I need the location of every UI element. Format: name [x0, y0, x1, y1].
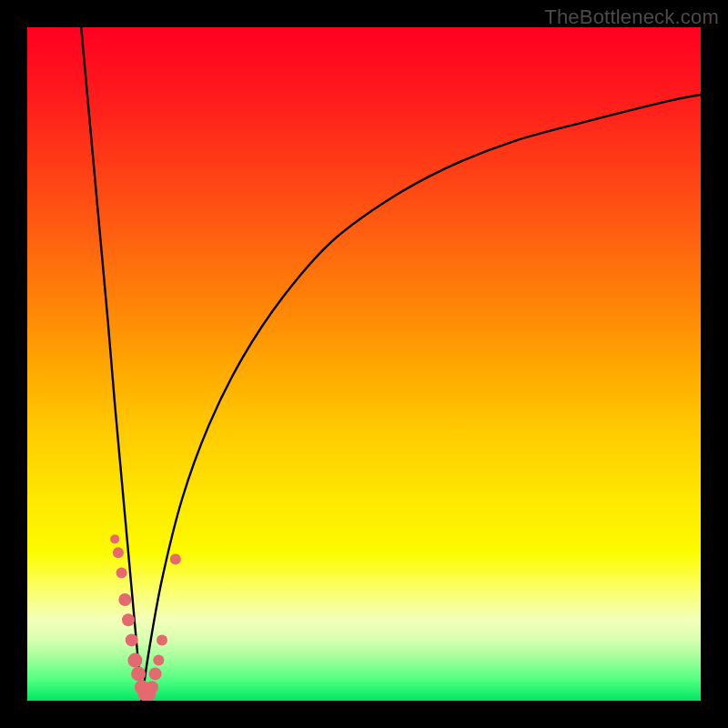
- marker-point: [118, 593, 131, 606]
- marker-point: [170, 554, 181, 565]
- marker-point: [113, 547, 124, 558]
- plot-area: [27, 27, 701, 701]
- marker-point: [146, 681, 158, 693]
- chart-frame: TheBottleneck.com: [0, 0, 728, 728]
- marker-point: [116, 567, 127, 578]
- marker-point: [131, 666, 146, 681]
- curve-bottleneck-curve-left: [81, 27, 142, 701]
- marker-point: [110, 534, 119, 543]
- marker-point: [127, 653, 142, 668]
- marker-point: [126, 633, 138, 646]
- marker-point: [157, 634, 167, 645]
- watermark-text: TheBottleneck.com: [544, 5, 719, 29]
- curve-layer: [27, 27, 701, 701]
- marker-point: [153, 655, 164, 666]
- curve-bottleneck-curve-right: [142, 95, 701, 701]
- marker-point: [149, 667, 162, 680]
- marker-point: [122, 613, 135, 626]
